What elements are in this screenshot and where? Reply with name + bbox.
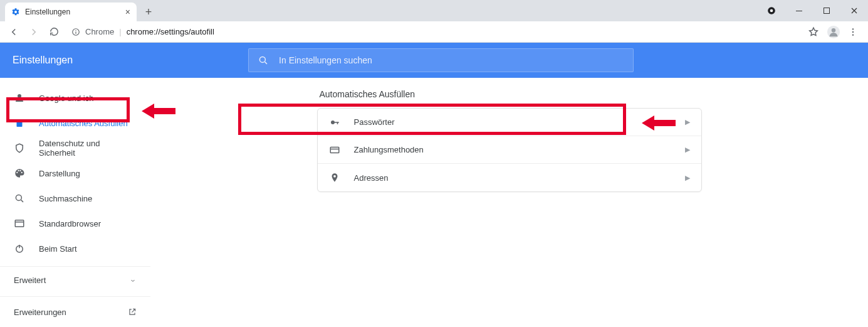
back-button[interactable] [5,23,23,41]
url-separator: | [119,27,121,36]
minimize-button[interactable] [785,0,813,21]
settings-content: Google und ich Automatisches Ausfüllen D… [0,78,868,327]
row-payment[interactable]: Zahlungsmethoden ▶ [318,136,701,164]
browser-icon [14,218,25,229]
url-prefix: Chrome [85,27,114,36]
settings-search-box[interactable] [248,48,634,72]
svg-marker-24 [642,115,676,131]
sidebar-item-label: Darstellung [39,169,80,178]
sidebar-item-default-browser[interactable]: Standardbrowser [0,211,150,236]
svg-point-1 [770,9,773,13]
extension-indicator-icon[interactable] [758,0,785,21]
url-path: chrome://settings/autofill [127,27,214,36]
external-link-icon [128,308,137,316]
sidebar-item-label: Suchmaschine [39,194,92,203]
new-tab-button[interactable]: + [140,4,157,20]
sidebar-item-google[interactable]: Google und ich [0,85,150,110]
svg-rect-21 [337,122,338,124]
palette-icon [14,168,25,179]
chevron-right-icon: ▶ [685,118,690,126]
svg-point-9 [852,28,854,29]
svg-rect-15 [18,119,21,121]
svg-point-5 [75,29,76,30]
annotation-arrow-left [142,102,175,120]
svg-point-19 [331,121,335,124]
extensions-label: Erweiterungen [14,308,66,317]
maximize-button[interactable] [813,0,840,21]
shield-icon [14,142,25,154]
sidebar-item-about[interactable]: Über Google Chrome [0,324,150,327]
chevron-right-icon: ▶ [685,146,690,154]
menu-dots-icon[interactable] [848,27,858,37]
svg-point-16 [16,195,21,200]
row-label: Zahlungsmethoden [354,145,424,154]
sidebar-item-label: Datenschutz und Sicherheit [39,139,137,158]
browser-tab-active[interactable]: Einstellungen × [5,3,137,21]
svg-rect-14 [17,119,23,127]
expand-label: Erweitert [14,276,46,285]
sidebar-item-label: Google und ich [39,94,93,103]
gear-icon [11,8,20,16]
sidebar-item-label: Beim Start [39,244,77,254]
search-icon [258,55,269,66]
power-icon [14,243,25,254]
svg-rect-3 [824,8,830,14]
chevron-right-icon: ▶ [685,174,690,182]
settings-main: Automatisches Ausfüllen Passwörter ▶ Zah… [150,78,868,327]
sidebar-divider [0,296,150,297]
chevron-down-icon [129,277,137,284]
reload-button[interactable] [45,23,63,41]
sidebar-item-on-startup[interactable]: Beim Start [0,236,150,261]
settings-sidebar: Google und ich Automatisches Ausfüllen D… [0,78,150,327]
profile-avatar-icon[interactable] [827,25,840,39]
forward-button[interactable] [25,23,43,41]
sidebar-item-autofill[interactable]: Automatisches Ausfüllen [0,110,150,136]
search-icon [14,193,25,204]
section-title: Automatisches Ausfüllen [317,89,702,99]
url-field[interactable]: Chrome | chrome://settings/autofill [65,24,805,40]
card-icon [329,144,340,156]
sidebar-item-privacy[interactable]: Datenschutz und Sicherheit [0,136,150,161]
browser-tab-bar: Einstellungen × + [0,0,868,21]
annotation-arrow-right [642,114,676,132]
row-label: Passwörter [354,117,395,127]
settings-title: Einstellungen [13,55,73,66]
svg-rect-20 [335,122,339,123]
clipboard-icon [14,117,25,129]
address-bar-right [808,25,863,39]
svg-point-13 [18,94,21,98]
settings-header: Einstellungen [0,43,868,78]
row-label: Adressen [354,173,389,183]
sidebar-item-label: Standardbrowser [39,219,101,228]
star-icon[interactable] [808,26,819,38]
svg-rect-6 [75,31,76,34]
browser-address-bar: Chrome | chrome://settings/autofill [0,21,868,43]
key-icon [329,117,340,128]
sidebar-item-search[interactable]: Suchmaschine [0,186,150,211]
sidebar-expand-advanced[interactable]: Erweitert [0,266,150,294]
svg-marker-23 [142,104,175,119]
svg-point-12 [259,56,265,62]
svg-rect-17 [15,220,24,227]
svg-point-10 [852,31,854,32]
sidebar-item-label: Automatisches Ausfüllen [39,119,128,128]
svg-rect-22 [330,147,339,153]
person-icon [14,92,25,104]
sidebar-item-extensions[interactable]: Erweiterungen [0,299,150,324]
location-icon [329,172,340,183]
site-info-icon[interactable] [71,28,80,36]
settings-search-input[interactable] [279,55,624,65]
svg-point-11 [852,34,854,35]
sidebar-item-appearance[interactable]: Darstellung [0,161,150,186]
window-controls [758,0,868,21]
svg-rect-2 [796,11,802,11]
close-icon[interactable]: × [125,7,130,17]
row-addresses[interactable]: Adressen ▶ [318,164,701,191]
svg-point-8 [832,28,835,32]
tab-title: Einstellungen [25,8,70,16]
close-window-button[interactable] [840,0,868,21]
